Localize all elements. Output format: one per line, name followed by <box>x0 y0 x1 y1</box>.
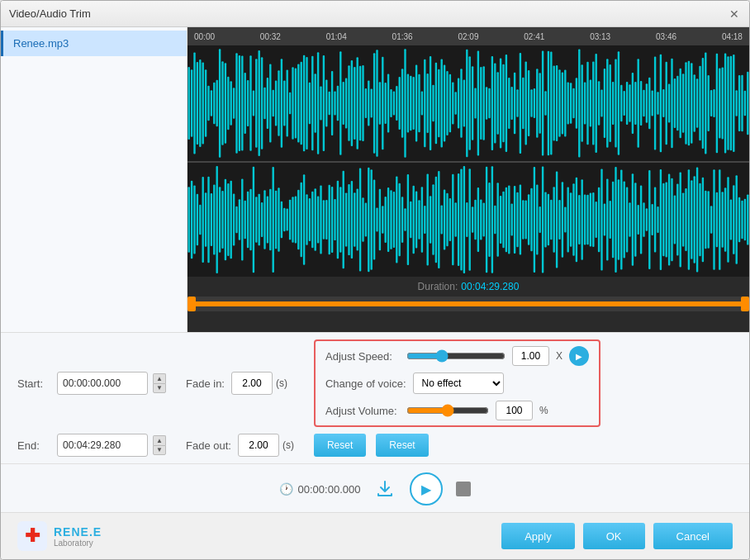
svg-rect-370 <box>660 169 662 270</box>
svg-rect-189 <box>716 54 718 153</box>
volume-label: Adjust Volume: <box>325 405 400 417</box>
start-down-btn[interactable]: ▼ <box>153 383 166 393</box>
svg-rect-9 <box>211 90 212 116</box>
footer-logo: ✚ RENE.E Laboratory <box>17 521 102 551</box>
voice-select[interactable]: No effect <box>413 373 504 394</box>
close-button[interactable]: ✕ <box>728 7 741 21</box>
svg-rect-210 <box>211 193 212 246</box>
svg-rect-83 <box>418 74 420 132</box>
start-group: Start: ▲ ▼ <box>17 372 166 395</box>
svg-rect-38 <box>292 67 293 139</box>
svg-rect-228 <box>261 202 263 237</box>
main-waveform-area: 00:00 00:32 01:04 01:36 02:09 02:41 03:1… <box>188 27 749 332</box>
apply-button[interactable]: Apply <box>501 523 575 549</box>
svg-rect-34 <box>281 59 282 148</box>
svg-rect-74 <box>393 91 395 115</box>
trim-handle-right[interactable] <box>741 297 749 311</box>
play-speed-button[interactable]: ▶ <box>569 346 589 366</box>
speed-value-input[interactable] <box>512 346 549 366</box>
svg-rect-305 <box>477 187 479 252</box>
tick-3: 01:36 <box>392 32 413 41</box>
cancel-button[interactable]: Cancel <box>653 523 733 549</box>
speed-slider[interactable] <box>406 349 506 363</box>
svg-rect-262 <box>357 189 358 251</box>
volume-input[interactable] <box>496 401 533 420</box>
svg-rect-288 <box>430 196 431 243</box>
svg-rect-7 <box>205 69 206 136</box>
svg-rect-388 <box>710 206 712 234</box>
svg-rect-235 <box>281 202 282 239</box>
svg-rect-120 <box>522 78 524 130</box>
duration-bar: Duration: 00:04:29.280 <box>188 277 749 297</box>
end-down-btn[interactable]: ▼ <box>153 445 166 455</box>
svg-rect-13 <box>221 61 223 145</box>
svg-rect-28 <box>263 88 265 120</box>
svg-rect-226 <box>255 197 257 242</box>
window-title: Video/Audio Trim <box>9 7 91 20</box>
svg-rect-163 <box>643 90 644 116</box>
trim-handle-left[interactable] <box>188 297 196 311</box>
svg-rect-324 <box>530 188 532 251</box>
end-up-btn[interactable]: ▲ <box>153 435 166 445</box>
reset-trim-button[interactable]: Reset <box>314 434 366 457</box>
svg-rect-342 <box>581 179 583 260</box>
svg-rect-264 <box>362 197 363 242</box>
svg-rect-86 <box>427 74 429 133</box>
play-button[interactable]: ▶ <box>410 472 443 505</box>
svg-rect-136 <box>567 83 569 125</box>
svg-rect-244 <box>306 194 307 245</box>
reset-fade-button[interactable]: Reset <box>376 434 428 457</box>
svg-rect-69 <box>379 82 381 125</box>
svg-rect-323 <box>528 194 529 244</box>
svg-rect-378 <box>682 192 684 246</box>
fade-out-input[interactable] <box>238 434 279 457</box>
start-up-btn[interactable]: ▲ <box>153 373 166 383</box>
ok-button[interactable]: OK <box>583 523 645 549</box>
svg-rect-76 <box>399 77 401 130</box>
svg-rect-398 <box>738 197 740 242</box>
svg-rect-350 <box>604 204 605 236</box>
end-input[interactable] <box>57 434 148 457</box>
svg-rect-296 <box>452 174 453 265</box>
svg-rect-196 <box>736 90 738 116</box>
svg-rect-186 <box>708 75 710 131</box>
svg-rect-368 <box>654 187 656 252</box>
svg-rect-178 <box>685 62 686 145</box>
svg-rect-359 <box>629 202 630 236</box>
svg-rect-146 <box>596 54 597 153</box>
svg-rect-33 <box>278 70 279 136</box>
svg-rect-295 <box>449 198 451 241</box>
svg-rect-200 <box>747 72 748 135</box>
svg-rect-372 <box>666 183 667 258</box>
export-button[interactable] <box>373 477 396 501</box>
svg-rect-287 <box>427 174 429 266</box>
svg-rect-239 <box>292 197 293 243</box>
trim-slider-bar[interactable] <box>188 297 749 311</box>
svg-rect-243 <box>303 174 305 264</box>
svg-rect-170 <box>662 89 664 117</box>
svg-rect-92 <box>444 65 445 142</box>
svg-rect-326 <box>536 185 538 255</box>
fade-in-input[interactable] <box>231 372 273 395</box>
svg-rect-394 <box>727 177 729 263</box>
stop-button[interactable] <box>456 482 471 496</box>
svg-rect-252 <box>329 185 330 254</box>
footer-bar: ✚ RENE.E Laboratory Apply OK Cancel <box>1 512 749 559</box>
svg-rect-318 <box>514 186 515 254</box>
playback-time-value: 00:00:00.000 <box>298 483 361 496</box>
svg-rect-269 <box>376 207 377 231</box>
svg-rect-25 <box>255 59 257 147</box>
volume-slider[interactable] <box>406 404 489 417</box>
svg-rect-202 <box>188 187 190 252</box>
svg-rect-183 <box>699 66 700 140</box>
svg-rect-385 <box>702 178 704 262</box>
svg-rect-26 <box>259 50 260 156</box>
svg-rect-85 <box>424 59 425 147</box>
svg-rect-338 <box>570 192 572 246</box>
svg-rect-195 <box>733 55 734 152</box>
svg-rect-333 <box>556 171 558 268</box>
svg-rect-81 <box>413 77 415 130</box>
svg-rect-29 <box>267 78 268 129</box>
sidebar-item-renee-mp3[interactable]: Renee.mp3 <box>1 31 187 56</box>
start-input[interactable] <box>57 372 148 395</box>
